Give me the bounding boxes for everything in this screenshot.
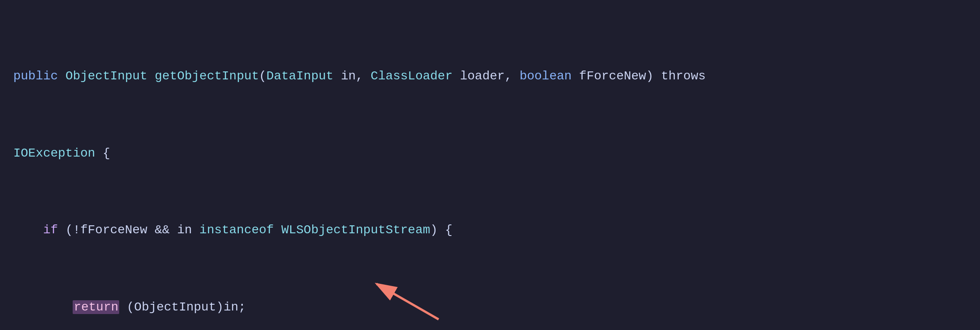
keyword-instanceof-1: instanceof xyxy=(199,223,274,237)
code-line-4: return (ObjectInput)in; xyxy=(13,298,967,317)
keyword-if: if xyxy=(43,223,58,237)
type-datainput: DataInput xyxy=(266,69,333,83)
code-block: public ObjectInput getObjectInput(DataIn… xyxy=(13,9,967,330)
method-getobjectinput: getObjectInput xyxy=(155,69,259,83)
type-wlsobjectinputstream-1: WLSObjectInputStream xyxy=(281,223,430,237)
code-line-1: public ObjectInput getObjectInput(DataIn… xyxy=(13,67,967,86)
keyword-boolean: boolean xyxy=(520,69,572,83)
keyword-public: public xyxy=(13,69,58,83)
keyword-return-1: return xyxy=(73,300,119,314)
arrow-annotation xyxy=(13,9,980,330)
code-line-3: if (!fForceNew && in instanceof WLSObjec… xyxy=(13,220,967,240)
code-line-2: IOException { xyxy=(13,144,967,163)
type-objectinput: ObjectInput xyxy=(66,69,148,83)
type-classloader: ClassLoader xyxy=(371,69,453,83)
keyword-throws: throws xyxy=(661,69,706,83)
type-ioexception: IOException xyxy=(13,146,95,160)
